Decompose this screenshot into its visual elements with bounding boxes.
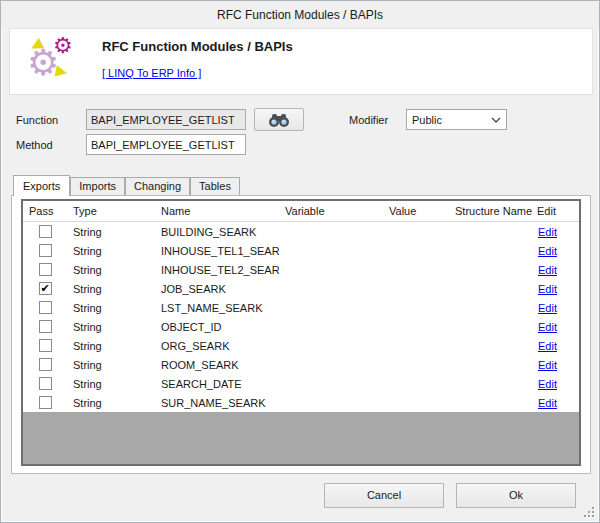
name-cell: SEARCH_DATE [155,378,279,390]
pass-checkbox[interactable] [39,282,52,295]
type-cell: String [67,283,155,295]
modifier-selected-value: Public [412,114,442,126]
grid-empty-area [23,412,579,464]
linq-to-erp-info-link[interactable]: [ LINQ To ERP Info ] [102,67,201,79]
function-field[interactable] [86,109,246,130]
type-cell: String [67,359,155,371]
name-cell: INHOUSE_TEL1_SEARK [155,245,279,257]
grid-header: PassTypeNameVariableValueStructure NameE… [23,201,579,222]
tab-imports[interactable]: Imports [70,177,125,195]
column-header-type[interactable]: Type [67,205,155,217]
pass-cell [23,263,67,276]
window-titlebar: RFC Function Modules / BAPIs [1,1,599,29]
type-cell: String [67,378,155,390]
edit-link[interactable]: Edit [531,359,557,371]
column-header-variable[interactable]: Variable [279,205,383,217]
column-header-edit[interactable]: Edit [531,205,579,217]
parameters-grid: PassTypeNameVariableValueStructure NameE… [21,199,581,466]
table-row: String LST_NAME_SEARK Edit [23,298,579,317]
name-cell: OBJECT_ID [155,321,279,333]
exports-tab-panel: PassTypeNameVariableValueStructure NameE… [11,195,591,474]
window-title: RFC Function Modules / BAPIs [217,8,383,22]
table-row: String JOB_SEARK Edit [23,279,579,298]
name-cell: BUILDING_SEARK [155,226,279,238]
table-row: String ROOM_SEARK Edit [23,355,579,374]
dialog-window: RFC Function Modules / BAPIs ◀ ⚙ ⚙ ▶ RFC… [0,0,600,523]
name-cell: ORG_SEARK [155,340,279,352]
column-header-value[interactable]: Value [383,205,449,217]
modifier-dropdown[interactable]: Public [406,109,507,130]
table-row: String ORG_SEARK Edit [23,336,579,355]
method-field[interactable] [86,134,246,155]
pass-checkbox[interactable] [39,396,52,409]
pass-checkbox[interactable] [39,377,52,390]
header-panel: ◀ ⚙ ⚙ ▶ RFC Function Modules / BAPIs [ L… [9,28,593,95]
page-title: RFC Function Modules / BAPIs [102,39,293,54]
binoculars-icon [266,112,292,128]
search-function-button[interactable] [254,108,304,131]
edit-link[interactable]: Edit [531,397,557,409]
pass-cell [23,396,67,409]
edit-link[interactable]: Edit [531,302,557,314]
name-cell: INHOUSE_TEL2_SEARK [155,264,279,276]
ok-button[interactable]: Ok [456,483,576,508]
edit-link[interactable]: Edit [531,283,557,295]
type-cell: String [67,226,155,238]
edit-link[interactable]: Edit [531,378,557,390]
edit-link[interactable]: Edit [531,226,557,238]
function-label: Function [16,114,58,126]
pass-cell [23,339,67,352]
pass-cell [23,377,67,390]
column-header-pass[interactable]: Pass [23,205,67,217]
gears-icon: ◀ ⚙ ⚙ ▶ [24,33,80,89]
yellow-arrow-right-icon: ▶ [55,62,69,79]
edit-link[interactable]: Edit [531,245,557,257]
resize-grip[interactable] [583,506,594,517]
edit-link[interactable]: Edit [531,340,557,352]
name-cell: SUR_NAME_SEARK [155,397,279,409]
parameter-tabs: ExportsImportsChangingTables PassTypeNam… [11,175,591,474]
tab-exports[interactable]: Exports [13,175,70,196]
method-label: Method [16,139,53,151]
tab-tables[interactable]: Tables [190,177,240,195]
pass-checkbox[interactable] [39,244,52,257]
tab-changing[interactable]: Changing [125,177,190,195]
pass-cell [23,225,67,238]
table-row: String INHOUSE_TEL1_SEARK Edit [23,241,579,260]
chevron-down-icon [491,117,501,123]
type-cell: String [67,302,155,314]
grid-rows: String BUILDING_SEARK Edit String INHOUS… [23,222,579,412]
pass-checkbox[interactable] [39,263,52,276]
column-header-structure-name[interactable]: Structure Name [449,205,531,217]
pass-cell [23,358,67,371]
column-header-name[interactable]: Name [155,205,279,217]
type-cell: String [67,340,155,352]
cancel-button[interactable]: Cancel [324,483,444,508]
pass-checkbox[interactable] [39,320,52,333]
type-cell: String [67,264,155,276]
pass-cell [23,282,67,295]
modifier-label: Modifier [349,114,388,126]
pass-cell [23,320,67,333]
pass-cell [23,244,67,257]
name-cell: LST_NAME_SEARK [155,302,279,314]
type-cell: String [67,397,155,409]
table-row: String SUR_NAME_SEARK Edit [23,393,579,412]
tab-strip: ExportsImportsChangingTables [11,175,591,195]
name-cell: ROOM_SEARK [155,359,279,371]
edit-link[interactable]: Edit [531,264,557,276]
pass-checkbox[interactable] [39,225,52,238]
gear-small-icon: ⚙ [53,35,73,57]
table-row: String INHOUSE_TEL2_SEARK Edit [23,260,579,279]
edit-link[interactable]: Edit [531,321,557,333]
table-row: String OBJECT_ID Edit [23,317,579,336]
type-cell: String [67,245,155,257]
table-row: String SEARCH_DATE Edit [23,374,579,393]
pass-cell [23,301,67,314]
pass-checkbox[interactable] [39,301,52,314]
name-cell: JOB_SEARK [155,283,279,295]
pass-checkbox[interactable] [39,339,52,352]
pass-checkbox[interactable] [39,358,52,371]
table-row: String BUILDING_SEARK Edit [23,222,579,241]
type-cell: String [67,321,155,333]
